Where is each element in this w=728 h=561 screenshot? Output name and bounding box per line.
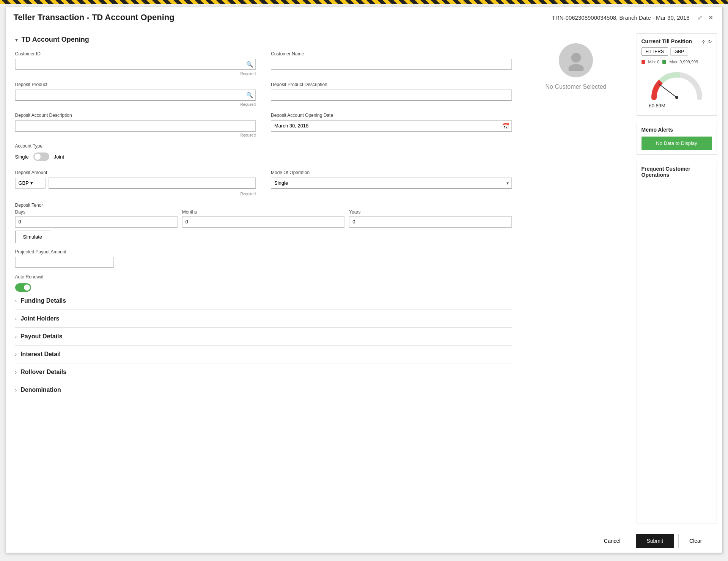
currency-button[interactable]: GBP — [670, 47, 688, 56]
till-max-label: Max: 9,999,999 — [669, 60, 698, 64]
customer-id-field: Customer ID 🔍 Required — [15, 51, 256, 76]
customer-id-search-icon[interactable]: 🔍 — [246, 61, 253, 68]
customer-name-field: Customer Name — [271, 51, 512, 76]
collapsible-header-rollover-details[interactable]: › Rollover Details — [15, 369, 512, 376]
deposit-account-desc-label: Deposit Account Description — [15, 113, 256, 118]
customer-name-label: Customer Name — [271, 51, 512, 57]
deposit-amount-input[interactable] — [49, 178, 256, 189]
avatar — [559, 43, 593, 77]
collapsible-title-rollover-details: Rollover Details — [20, 369, 66, 376]
deposit-amount-required: Required — [15, 192, 256, 196]
frequent-ops-section: Frequent Customer Operations — [637, 161, 717, 523]
title-bar-icons: ⤢ ✕ — [696, 13, 715, 22]
right-panel: Current Till Position ⊹ ↻ FILTERS GBP Mi… — [631, 28, 722, 529]
deposit-account-desc-required: Required — [15, 133, 256, 137]
chevron-icon-funding-details: › — [15, 298, 17, 304]
deposit-product-input-wrapper: 🔍 — [15, 90, 256, 101]
collapsible-title-denomination: Denomination — [20, 387, 61, 393]
gauge-value: £0.89M — [649, 103, 665, 108]
currency-selector[interactable]: GBP ▾ — [15, 178, 46, 189]
mode-of-operation-wrapper: Single Joint Either or Survivor ▾ — [271, 178, 512, 189]
mode-of-operation-select[interactable]: Single Joint Either or Survivor — [271, 178, 512, 189]
gauge-container: £0.89M — [642, 67, 712, 108]
submit-button[interactable]: Submit — [636, 534, 674, 548]
customer-panel: No Customer Selected — [521, 28, 631, 529]
chevron-icon-joint-holders: › — [15, 316, 17, 322]
chevron-icon-interest-detail: › — [15, 351, 17, 357]
form-row-3: Deposit Account Description Required Dep… — [15, 113, 512, 137]
memo-no-data-button[interactable]: No Data to Display — [642, 137, 712, 150]
tenor-months-col: Months 0 — [182, 209, 344, 228]
single-label: Single — [15, 154, 29, 160]
collapse-icon[interactable]: ▾ — [15, 37, 18, 43]
chevron-icon-rollover-details: › — [15, 369, 17, 375]
customer-name-input[interactable] — [271, 59, 512, 70]
deposit-product-label: Deposit Product — [15, 82, 256, 87]
collapsible-header-joint-holders[interactable]: › Joint Holders — [15, 315, 512, 322]
page-title: Teller Transaction - TD Account Opening — [14, 13, 175, 22]
deposit-product-desc-field: Deposit Product Description — [271, 82, 512, 107]
expand-icon[interactable]: ⤢ — [696, 13, 704, 22]
mode-of-operation-field: Mode Of Operation Single Joint Either or… — [271, 170, 512, 196]
collapsible-header-funding-details[interactable]: › Funding Details — [15, 297, 512, 304]
tenor-months-input[interactable]: 0 — [182, 216, 344, 228]
customer-id-required: Required — [15, 72, 256, 76]
toggle-slider — [33, 152, 49, 161]
auto-renewal-toggle[interactable] — [15, 283, 31, 292]
deposit-opening-date-field: Deposit Account Opening Date March 30, 2… — [271, 113, 512, 137]
account-type-toggle[interactable] — [33, 152, 49, 161]
title-bar-right: TRN-0062308900034508, Branch Date - Mar … — [552, 13, 715, 22]
refresh-icon[interactable]: ↻ — [708, 39, 712, 44]
filters-button[interactable]: FILTERS — [642, 47, 668, 56]
projected-payout-input[interactable] — [15, 257, 114, 268]
till-min-label: Min: 0 — [648, 60, 660, 64]
account-type-field: Account Type Single Joint — [15, 143, 512, 167]
filter-icon[interactable]: ⊹ — [701, 39, 706, 44]
till-title: Current Till Position — [642, 38, 692, 44]
cancel-button[interactable]: Cancel — [593, 534, 632, 548]
tenor-years-col: Years 0 — [349, 209, 511, 228]
deposit-product-search-icon[interactable]: 🔍 — [246, 92, 253, 99]
tenor-years-label: Years — [349, 209, 511, 215]
form-row-2: Deposit Product 🔍 Required Deposit Produ… — [15, 82, 512, 107]
mode-of-operation-label: Mode Of Operation — [271, 170, 512, 175]
hazard-bar — [0, 0, 728, 4]
deposit-account-desc-field: Deposit Account Description Required — [15, 113, 256, 137]
collapsible-header-interest-detail[interactable]: › Interest Detail — [15, 351, 512, 358]
deposit-account-desc-input[interactable] — [15, 120, 256, 132]
transaction-info: TRN-0062308900034508, Branch Date - Mar … — [552, 14, 690, 21]
gauge-chart — [646, 67, 707, 101]
currency-dropdown-icon: ▾ — [30, 180, 33, 186]
calendar-icon[interactable]: 📅 — [502, 123, 509, 130]
tenor-grid: Days 0 Months 0 Years 0 — [15, 209, 512, 228]
svg-point-0 — [571, 53, 581, 63]
clear-button[interactable]: Clear — [678, 534, 713, 548]
date-input-wrapper: March 30, 2018 📅 — [271, 120, 512, 132]
tenor-days-input[interactable]: 0 — [15, 216, 178, 228]
collapsible-title-funding-details: Funding Details — [20, 297, 66, 304]
person-icon — [566, 50, 586, 71]
customer-id-input[interactable] — [15, 59, 256, 70]
collapsible-header-denomination[interactable]: › Denomination — [15, 387, 512, 393]
collapsible-sections: › Funding Details › Joint Holders › Payo… — [15, 292, 512, 399]
deposit-amount-field: Deposit Amount GBP ▾ Required — [15, 170, 256, 196]
deposit-product-input[interactable] — [15, 90, 256, 101]
close-icon[interactable]: ✕ — [707, 13, 715, 22]
deposit-tenor-section: Deposit Tenor Days 0 Months 0 Years 0 — [15, 202, 512, 243]
currency-value: GBP — [19, 180, 29, 186]
deposit-product-desc-input[interactable] — [271, 90, 512, 101]
deposit-opening-date-label: Deposit Account Opening Date — [271, 113, 512, 118]
account-type-label: Account Type — [15, 143, 512, 149]
joint-label: Joint — [54, 154, 64, 160]
deposit-product-required: Required — [15, 102, 256, 107]
min-dot — [642, 60, 645, 64]
simulate-button[interactable]: Simulate — [15, 231, 50, 243]
auto-renewal-label: Auto Renewal — [15, 274, 512, 280]
no-customer-label: No Customer Selected — [546, 83, 607, 90]
projected-payout-field: Projected Payout Amount — [15, 249, 512, 268]
collapsible-header-payout-details[interactable]: › Payout Details — [15, 333, 512, 340]
deposit-amount-row: GBP ▾ — [15, 178, 256, 189]
deposit-opening-date-input[interactable]: March 30, 2018 — [271, 120, 512, 132]
tenor-years-input[interactable]: 0 — [349, 216, 511, 228]
deposit-product-field: Deposit Product 🔍 Required — [15, 82, 256, 107]
